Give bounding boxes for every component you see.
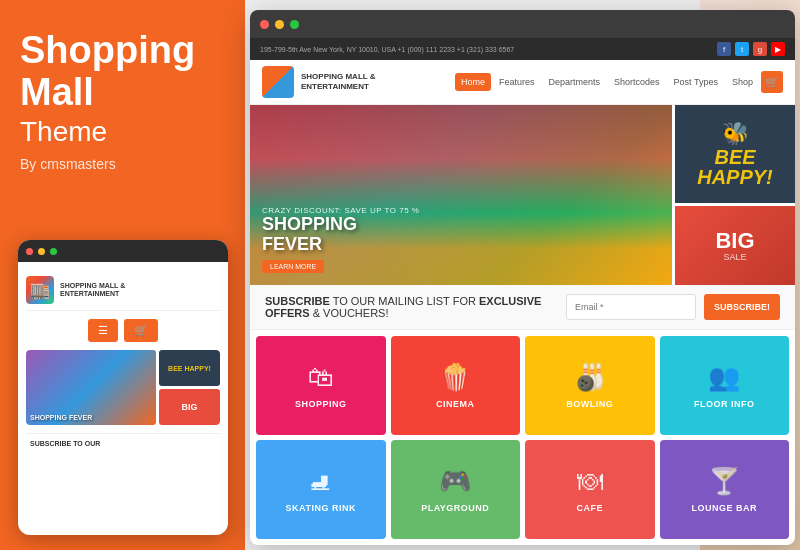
nav-cart-icon[interactable]: 🛒 xyxy=(761,71,783,93)
nav-link-shop[interactable]: Shop xyxy=(726,73,759,91)
bee-happy-text: BEE HAPPY! xyxy=(683,147,787,187)
mobile-logo: 🏬 SHOPPING MALL & ENTERTAINMENT xyxy=(26,270,220,311)
big-sale-text: BIG xyxy=(715,230,754,252)
subscribe-bar: SUBSCRIBE TO OUR MAILING LIST FOR EXCLUS… xyxy=(250,285,795,330)
mobile-subscribe-strip: SUBSCRIBE TO OUR xyxy=(26,433,220,453)
mobile-chrome xyxy=(18,240,228,262)
by-line: By cmsmasters xyxy=(20,156,225,172)
main-title: Shopping Mall xyxy=(20,30,225,114)
cafe-icon: 🍽 xyxy=(577,466,603,497)
browser-chrome xyxy=(250,10,795,38)
playground-icon: 🎮 xyxy=(439,466,471,497)
nav-link-home[interactable]: Home xyxy=(455,73,491,91)
playground-label: PLAYGROUND xyxy=(421,503,489,513)
services-grid: 🛍 SHOPPING 🍿 CINEMA 🎳 BOWLING 👥 FLOOR IN… xyxy=(250,330,795,545)
mobile-content: 🏬 SHOPPING MALL & ENTERTAINMENT ☰ 🛒 SHOP… xyxy=(18,262,228,461)
hero-side-banners: 🐝 BEE HAPPY! BIG SALE xyxy=(675,105,795,285)
grid-item-playground[interactable]: 🎮 PLAYGROUND xyxy=(391,440,521,539)
big-sale-label: SALE xyxy=(715,252,754,262)
subscribe-rest2: & VOUCHERS! xyxy=(310,307,389,319)
mobile-banner-sale: BIG xyxy=(159,389,220,425)
site-nav: SHOPPING MALL & ENTERTAINMENT Home Featu… xyxy=(250,60,795,105)
browser-window: 195-799-5th Ave New York, NY 10010, USA … xyxy=(250,10,795,545)
cafe-label: CAFE xyxy=(577,503,604,513)
youtube-icon[interactable]: ▶ xyxy=(771,42,785,56)
floor-info-icon: 👥 xyxy=(708,362,740,393)
cinema-label: CINEMA xyxy=(436,399,475,409)
lounge-bar-icon: 🍸 xyxy=(708,466,740,497)
site-logo: SHOPPING MALL & ENTERTAINMENT xyxy=(262,66,376,98)
browser-dot-yellow xyxy=(275,20,284,29)
topbar-address: 195-799-5th Ave New York, NY 10010, USA … xyxy=(260,46,514,53)
browser-dot-green xyxy=(290,20,299,29)
floor-info-label: FLOOR INFO xyxy=(694,399,755,409)
nav-link-departments[interactable]: Departments xyxy=(543,73,607,91)
bowling-label: BOWLING xyxy=(566,399,613,409)
mobile-dot-red xyxy=(26,248,33,255)
bowling-icon: 🎳 xyxy=(574,362,606,393)
site-logo-icon xyxy=(262,66,294,98)
cinema-icon: 🍿 xyxy=(439,362,471,393)
mobile-buttons[interactable]: ☰ 🛒 xyxy=(26,319,220,342)
title-line1: Shopping xyxy=(20,30,225,72)
skating-label: SKATING RINK xyxy=(286,503,356,513)
mobile-logo-text: SHOPPING MALL & ENTERTAINMENT xyxy=(60,282,125,299)
subscribe-text: SUBSCRIBE TO OUR MAILING LIST FOR EXCLUS… xyxy=(265,295,558,319)
shopping-label: SHOPPING xyxy=(295,399,347,409)
left-panel: Shopping Mall Theme By cmsmasters 🏬 SHOP… xyxy=(0,0,245,550)
lounge-bar-label: LOUNGE BAR xyxy=(692,503,758,513)
twitter-icon[interactable]: t xyxy=(735,42,749,56)
subscribe-bold: SUBSCRIBE xyxy=(265,295,330,307)
mobile-dot-yellow xyxy=(38,248,45,255)
grid-item-lounge-bar[interactable]: 🍸 LOUNGE BAR xyxy=(660,440,790,539)
hero-main-banner: CRAZY DISCOUNT: SAVE UP TO 75 % SHOPPING… xyxy=(250,105,672,285)
mobile-banner-main: SHOPPING FEVER xyxy=(26,350,156,425)
topbar-social: f t g ▶ xyxy=(717,42,785,56)
site-logo-text: SHOPPING MALL & ENTERTAINMENT xyxy=(301,72,376,93)
browser-dot-red xyxy=(260,20,269,29)
nav-link-shortcodes[interactable]: Shortcodes xyxy=(608,73,666,91)
subscribe-rest: TO OUR MAILING LIST FOR xyxy=(330,295,476,307)
title-line2: Mall xyxy=(20,72,225,114)
site-nav-links: Home Features Departments Shortcodes Pos… xyxy=(455,71,783,93)
nav-link-features[interactable]: Features xyxy=(493,73,541,91)
grid-item-cafe[interactable]: 🍽 CAFE xyxy=(525,440,655,539)
skating-icon: ⛸ xyxy=(308,466,334,497)
mobile-menu-button[interactable]: ☰ xyxy=(88,319,118,342)
mobile-cart-button[interactable]: 🛒 xyxy=(124,319,158,342)
mobile-logo-icon: 🏬 xyxy=(26,276,54,304)
mobile-dot-green xyxy=(50,248,57,255)
grid-item-skating[interactable]: ⛸ SKATING RINK xyxy=(256,440,386,539)
mobile-banner-side: BEE HAPPY! BIG xyxy=(159,350,220,425)
subscribe-email-input[interactable] xyxy=(566,294,696,320)
mobile-banner-text: SHOPPING FEVER xyxy=(30,414,92,421)
subtitle: Theme xyxy=(20,116,225,148)
mobile-banner: SHOPPING FEVER BEE HAPPY! BIG xyxy=(26,350,220,425)
nav-link-posttypes[interactable]: Post Types xyxy=(668,73,724,91)
hero-cta-button[interactable]: LEARN MORE xyxy=(262,260,324,273)
facebook-icon[interactable]: f xyxy=(717,42,731,56)
hero-title: SHOPPING FEVER xyxy=(262,215,419,255)
site-topbar: 195-799-5th Ave New York, NY 10010, USA … xyxy=(250,38,795,60)
grid-item-floor-info[interactable]: 👥 FLOOR INFO xyxy=(660,336,790,435)
grid-item-bowling[interactable]: 🎳 BOWLING xyxy=(525,336,655,435)
grid-item-cinema[interactable]: 🍿 CINEMA xyxy=(391,336,521,435)
googleplus-icon[interactable]: g xyxy=(753,42,767,56)
mobile-mockup: 🏬 SHOPPING MALL & ENTERTAINMENT ☰ 🛒 SHOP… xyxy=(18,240,228,535)
subscribe-button[interactable]: SUBSCRIBE! xyxy=(704,294,780,320)
grid-item-shopping[interactable]: 🛍 SHOPPING xyxy=(256,336,386,435)
hero-big-sale-banner: BIG SALE xyxy=(675,206,795,285)
mobile-banner-bee: BEE HAPPY! xyxy=(159,350,220,386)
hero-section: CRAZY DISCOUNT: SAVE UP TO 75 % SHOPPING… xyxy=(250,105,795,285)
hero-bee-happy-banner: 🐝 BEE HAPPY! xyxy=(675,105,795,203)
hero-text-box: CRAZY DISCOUNT: SAVE UP TO 75 % SHOPPING… xyxy=(262,206,419,273)
shopping-icon: 🛍 xyxy=(308,362,334,393)
